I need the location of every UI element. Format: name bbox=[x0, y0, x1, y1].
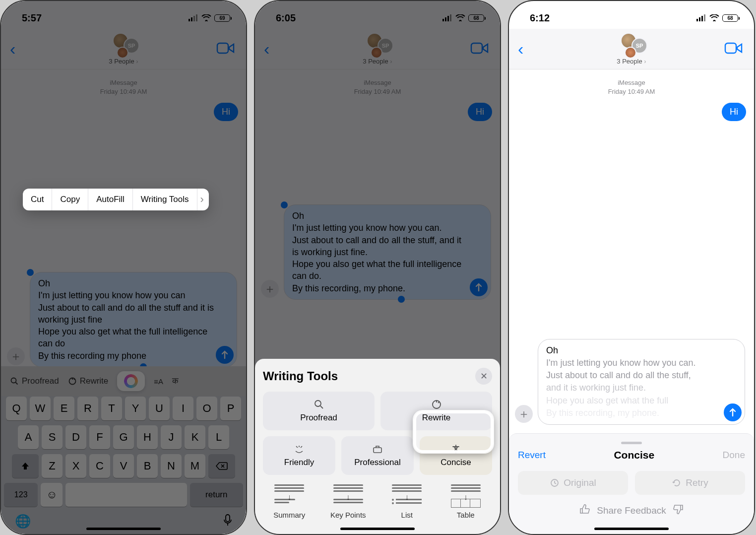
key[interactable]: G bbox=[113, 425, 134, 449]
menu-more-icon[interactable]: › bbox=[197, 193, 209, 206]
send-button[interactable] bbox=[470, 278, 488, 296]
status-icons: 68 bbox=[696, 12, 738, 24]
backspace-key[interactable] bbox=[208, 454, 235, 478]
outgoing-message[interactable]: Hi bbox=[722, 103, 746, 121]
thumbs-up-icon[interactable] bbox=[579, 504, 590, 517]
timestamp-label: Friday 10:49 AM bbox=[517, 87, 746, 96]
friendly-button[interactable]: Friendly bbox=[263, 436, 335, 475]
menu-copy[interactable]: Copy bbox=[52, 189, 88, 210]
revert-button[interactable]: Revert bbox=[518, 450, 546, 461]
plus-button[interactable]: ＋ bbox=[515, 405, 533, 423]
key[interactable]: O bbox=[196, 397, 217, 420]
avatar-cluster: SP bbox=[362, 33, 393, 57]
outgoing-message[interactable]: Hi bbox=[214, 103, 238, 121]
outgoing-message[interactable]: Hi bbox=[468, 103, 492, 121]
home-indicator[interactable] bbox=[340, 528, 415, 530]
proofread-button[interactable]: Proofread bbox=[263, 392, 375, 430]
retry-button[interactable]: Retry bbox=[635, 471, 745, 495]
key[interactable]: B bbox=[137, 454, 158, 478]
compose-textfield[interactable]: Oh I'm just letting you know how you can… bbox=[284, 204, 491, 300]
menu-cut[interactable]: Cut bbox=[23, 189, 52, 210]
key[interactable]: J bbox=[161, 425, 182, 449]
key[interactable]: F bbox=[89, 425, 110, 449]
emoji-key[interactable]: ☺ bbox=[41, 483, 63, 507]
menu-writing-tools[interactable]: Writing Tools bbox=[133, 189, 197, 210]
key[interactable]: Q bbox=[6, 397, 27, 420]
home-indicator[interactable] bbox=[594, 528, 669, 530]
sheet-grabber[interactable] bbox=[621, 442, 642, 444]
conversation-title[interactable]: SP 3 People bbox=[1, 33, 246, 65]
key[interactable]: E bbox=[54, 397, 74, 420]
key[interactable]: H bbox=[137, 425, 158, 449]
key[interactable]: A bbox=[18, 425, 39, 449]
globe-key[interactable]: 🌐 bbox=[15, 514, 31, 529]
numbers-key[interactable]: 123 bbox=[4, 483, 38, 507]
key[interactable]: U bbox=[149, 397, 170, 420]
conversation-title[interactable]: SP 3 People bbox=[509, 33, 754, 65]
space-key[interactable] bbox=[65, 483, 187, 507]
keypoints-button[interactable]: ↓ Key Points bbox=[322, 483, 375, 519]
wifi-icon bbox=[201, 12, 211, 24]
facetime-button[interactable] bbox=[470, 41, 489, 57]
table-button[interactable]: ↓ Table bbox=[440, 483, 493, 519]
concise-button[interactable]: Concise bbox=[420, 436, 492, 475]
key[interactable]: K bbox=[185, 425, 205, 449]
key[interactable]: V bbox=[113, 454, 134, 478]
share-feedback-row[interactable]: Share Feedback bbox=[518, 504, 745, 517]
summary-button[interactable]: ↓ Summary bbox=[263, 483, 316, 519]
key[interactable]: T bbox=[101, 397, 122, 420]
compose-area: Oh I'm just letting you know how you can… bbox=[538, 339, 745, 425]
list-button[interactable]: ↓ List bbox=[380, 483, 434, 519]
font-size-button[interactable]: ≡A bbox=[154, 377, 163, 386]
done-button[interactable]: Done bbox=[723, 450, 745, 461]
professional-button[interactable]: Professional bbox=[341, 436, 414, 475]
rewrite-button[interactable]: Rewrite bbox=[380, 392, 492, 430]
svg-rect-10 bbox=[447, 16, 449, 21]
plus-button[interactable]: ＋ bbox=[7, 347, 25, 365]
compose-textfield[interactable]: Oh I'm just letting you know how you can… bbox=[538, 339, 745, 425]
send-button[interactable] bbox=[216, 346, 234, 364]
menu-autofill[interactable]: AutoFill bbox=[88, 189, 133, 210]
dictation-key[interactable] bbox=[223, 514, 232, 529]
key[interactable]: M bbox=[185, 454, 205, 478]
facetime-button[interactable] bbox=[724, 41, 743, 57]
apple-intelligence-button[interactable] bbox=[117, 371, 145, 391]
language-button[interactable]: क bbox=[172, 376, 179, 386]
key[interactable]: S bbox=[42, 425, 63, 449]
selection-handle-end[interactable] bbox=[398, 296, 405, 303]
key[interactable]: Z bbox=[42, 454, 63, 478]
key[interactable]: R bbox=[77, 397, 98, 420]
original-button[interactable]: Original bbox=[518, 471, 628, 495]
selection-handle-start[interactable] bbox=[281, 201, 288, 208]
status-bar: 6:05 68 bbox=[255, 1, 500, 29]
svg-rect-11 bbox=[450, 14, 451, 21]
plus-button[interactable]: ＋ bbox=[261, 280, 279, 298]
selection-handle-start[interactable] bbox=[27, 269, 34, 276]
key[interactable]: X bbox=[65, 454, 86, 478]
key[interactable]: C bbox=[89, 454, 110, 478]
wifi-icon bbox=[709, 12, 719, 24]
key[interactable]: P bbox=[220, 397, 241, 420]
key[interactable]: D bbox=[65, 425, 86, 449]
facetime-button[interactable] bbox=[216, 41, 235, 57]
compose-textfield[interactable]: Oh I'm just letting you know how you can… bbox=[30, 272, 237, 367]
key[interactable]: L bbox=[208, 425, 229, 449]
battery-icon: 68 bbox=[468, 14, 484, 22]
key[interactable]: I bbox=[173, 397, 193, 420]
proofread-button[interactable]: Proofread bbox=[10, 376, 59, 386]
rewrite-button[interactable]: Rewrite bbox=[68, 376, 109, 386]
svg-rect-20 bbox=[725, 43, 736, 53]
compose-text: Oh I'm just letting you know how you can… bbox=[38, 278, 214, 361]
send-button[interactable] bbox=[724, 403, 742, 421]
concise-result-panel: Revert Concise Done Original Retry Share… bbox=[509, 433, 754, 534]
key[interactable]: N bbox=[161, 454, 182, 478]
shift-key[interactable] bbox=[12, 454, 39, 478]
keyboard[interactable]: Q W E R T Y U I O P A S D F G H J K L Z bbox=[1, 393, 246, 534]
home-indicator[interactable] bbox=[86, 528, 161, 530]
thumbs-down-icon[interactable] bbox=[673, 504, 684, 517]
key[interactable]: W bbox=[30, 397, 51, 420]
close-button[interactable]: ✕ bbox=[475, 368, 492, 385]
return-key[interactable]: return bbox=[190, 483, 243, 507]
key[interactable]: Y bbox=[125, 397, 146, 420]
conversation-title[interactable]: SP 3 People bbox=[255, 33, 500, 65]
